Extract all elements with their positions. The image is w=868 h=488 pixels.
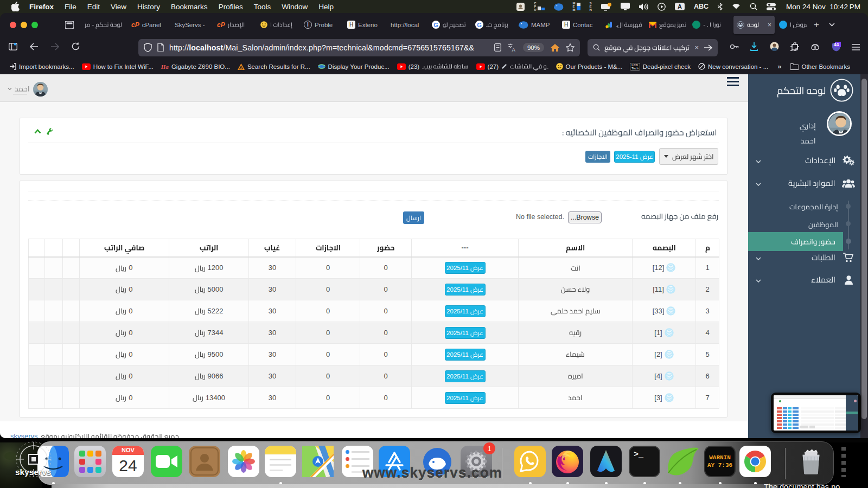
- svg-text:A: A: [512, 47, 515, 52]
- svg-text:A: A: [240, 67, 242, 70]
- svg-text:44: 44: [834, 42, 839, 47]
